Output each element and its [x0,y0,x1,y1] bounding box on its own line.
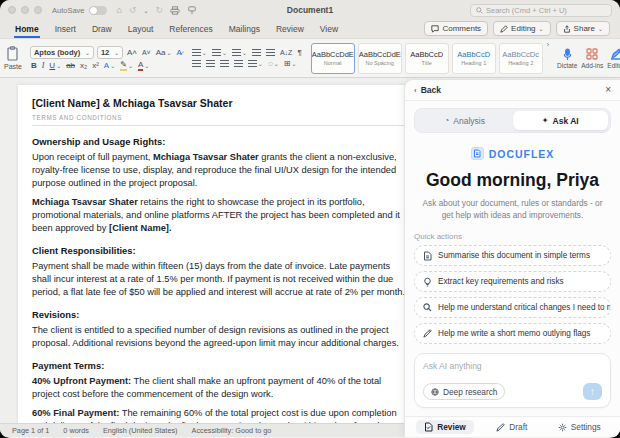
sort-button[interactable]: A↓Z [279,49,293,56]
search-icon [423,303,432,312]
style-heading-1[interactable]: AaBbCcDHeading 1 [452,43,496,74]
docuflex-logo-icon [471,147,484,160]
shrink-font-button[interactable]: A˅ [141,49,152,56]
font-size-select[interactable]: 12⌄ [97,46,123,59]
grow-font-button[interactable]: A˄ [126,48,138,57]
print-icon[interactable] [170,6,180,15]
font-color-button[interactable]: A⌄ [137,61,150,71]
style-normal[interactable]: AaBbCcDdE-Normal [311,43,355,74]
justify-button[interactable] [233,60,244,68]
paste-button[interactable]: Paste [4,41,22,75]
text-effects-button[interactable]: A⌄ [103,61,116,70]
ask-ai-input[interactable]: Ask AI anything Deep research ↑ [414,353,611,408]
clear-formatting-button[interactable]: A̷ [176,48,183,57]
quick-action-0[interactable]: Summarise this document in simple terms [414,245,611,266]
close-window-button[interactable] [8,6,16,14]
change-case-button[interactable]: Aa⌄ [155,48,173,57]
style-title[interactable]: AaBbCcDTitle [405,43,449,74]
close-panel-icon[interactable]: × [605,85,611,95]
workspace: [Client Name] & Mchiaga Tsavsar Shater T… [0,78,620,437]
ai-panel: ‹ Back × ◔Analysis✦Ask AI DOCUFLEX Good … [404,79,620,437]
back-button[interactable]: ‹ Back [414,85,441,95]
font-group: Aptos (body)⌄ 12⌄ A˄ A˅ Aa⌄ A̷ BIU⌄abx₂x… [30,41,183,75]
line-spacing-button[interactable]: ⌄ [247,60,264,68]
shading-button[interactable]: ◌⌄ [267,59,280,68]
panel-tab-ask-ai[interactable]: ✦Ask AI [513,111,609,130]
settings-icon [558,423,567,432]
bullets-button[interactable]: ⌄ [191,49,208,57]
strikethrough-button[interactable]: ab [65,61,76,70]
dictate-button[interactable]: Dictate [557,41,577,75]
ribbon-tab-mailings[interactable]: Mailings [228,21,261,38]
addins-button[interactable]: Add-ins [581,41,603,75]
panel-tab-analysis[interactable]: ◔Analysis [417,111,513,130]
styles-more-icon[interactable]: › [547,41,549,75]
underline-button[interactable]: U⌄ [48,61,62,70]
analysis-icon: ◔ [445,116,450,125]
section-heading: Payment Terms: [32,359,406,372]
show-marks-button[interactable]: ¶ [296,48,302,57]
ribbon-tab-home[interactable]: Home [14,21,40,38]
ribbon-tab-view[interactable]: View [319,21,339,38]
editor-pen-icon [610,47,620,61]
status-item-0[interactable]: Page 1 of 1 [12,426,49,435]
ribbon-tab-draw[interactable]: Draw [91,21,113,38]
minimize-window-button[interactable] [21,6,29,14]
decrease-indent-button[interactable] [251,49,262,57]
align-left-button[interactable] [191,60,202,68]
home-icon[interactable]: ⌂ [117,5,122,15]
styles-gallery: AaBbCcDdE-NormalAaBbCcDdEeNo SpacingAaBb… [311,41,543,75]
footer-tab-settings[interactable]: Settings [550,420,609,434]
highlight-button[interactable]: ✎⌄ [119,61,134,71]
style-no-spacing[interactable]: AaBbCcDdEeNo Spacing [358,43,402,74]
quick-action-3[interactable]: Help me write a short memo outlying flag… [414,323,611,344]
italic-button[interactable]: I [41,61,46,70]
font-name-select[interactable]: Aptos (body)⌄ [30,46,94,59]
editor-button[interactable]: Editor [607,41,620,75]
quick-action-2[interactable]: Help me understand critical changes I ne… [414,297,611,318]
quick-action-1[interactable]: Extract key requirements and risks [414,271,611,292]
status-bar: Page 1 of 10 wordsEnglish (United States… [0,423,404,437]
send-button[interactable]: ↑ [583,383,602,400]
doc-paragraph: Upon receipt of full payment, Mchiaga Ts… [32,151,406,190]
borders-button[interactable]: ⊞⌄ [283,59,298,68]
ribbon-tab-insert[interactable]: Insert [54,21,77,38]
ribbon-tab-references[interactable]: References [168,21,213,38]
brand-name: DOCUFLEX [489,148,555,160]
increase-indent-button[interactable] [265,49,276,57]
style-heading-2[interactable]: AaBbCcDcHeading 2 [499,43,543,74]
autosave-toggle[interactable] [89,6,107,15]
doc-paragraph: 60% Final Payment: The remaining 60% of … [32,407,406,423]
bold-button[interactable]: B [30,61,38,70]
traffic-lights [8,6,42,14]
status-item-1[interactable]: 0 words [63,426,89,435]
align-right-button[interactable] [219,60,230,68]
redo-icon[interactable]: ↻ [156,5,164,15]
comments-button[interactable]: Comments [424,21,488,36]
numbering-button[interactable]: ⌄ [211,49,228,57]
search-input[interactable]: Search (Cmd + Ctrl + U) [470,4,612,17]
multilevel-list-button[interactable]: ⌄ [231,49,248,57]
footer-tab-draft[interactable]: Draft [488,420,535,434]
ribbon-tab-review[interactable]: Review [275,21,305,38]
autosave-label: AutoSave [52,6,85,15]
deep-research-button[interactable]: Deep research [423,383,505,400]
document-page[interactable]: [Client Name] & Mchiaga Tsavsar Shater T… [18,85,420,423]
undo-icon[interactable]: ↺ [129,5,137,15]
undo-chevron-icon[interactable]: ⌄ [144,7,149,14]
zoom-window-button[interactable] [34,6,42,14]
doc-paragraph: Payment shall be made within fifteen (15… [32,260,406,299]
ribbon-tab-layout[interactable]: Layout [127,21,155,38]
editing-mode-button[interactable]: Editing⌄ [493,21,551,36]
subscript-button[interactable]: x₂ [79,61,88,70]
review-icon [424,422,433,432]
section-heading: Ownership and Usage Rights: [32,135,406,148]
comment-icon [431,25,439,33]
footer-tab-review[interactable]: Review [416,420,474,434]
share-button[interactable]: Share⌄ [556,21,610,36]
doc-body: Ownership and Usage Rights:Upon receipt … [32,135,406,423]
share-icon [563,25,571,33]
superscript-button[interactable]: x² [91,61,100,70]
format-painter-icon[interactable] [187,6,197,15]
align-center-button[interactable] [205,60,216,68]
